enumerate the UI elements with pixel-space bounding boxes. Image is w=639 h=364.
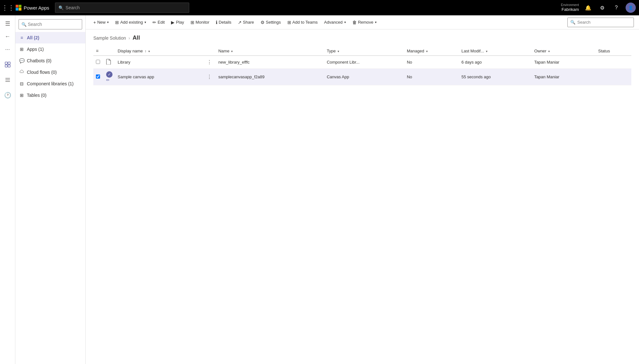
monitor-button[interactable]: ⊞ Monitor	[188, 17, 212, 27]
row-owner: Tapan Maniar	[532, 56, 596, 69]
add-to-teams-button[interactable]: ⊞ Add to Teams	[285, 17, 320, 27]
svg-rect-2	[16, 8, 19, 11]
recent-rail-button[interactable]: 🕐	[2, 89, 13, 101]
back-button[interactable]: ←	[2, 31, 13, 42]
add-to-teams-icon: ⊞	[287, 20, 291, 25]
profile-button[interactable]: 👤	[626, 3, 636, 13]
last-modified-caret: ▾	[486, 50, 487, 53]
hamburger-menu-button[interactable]: ☰	[2, 18, 13, 29]
solutions-button[interactable]	[2, 59, 13, 70]
svg-rect-6	[8, 62, 10, 64]
row-more-cell[interactable]: ⋮	[203, 69, 216, 85]
notifications-button[interactable]: 🔔	[583, 3, 593, 12]
name-caret: ▾	[231, 50, 233, 53]
row-more-button[interactable]: ⋮	[206, 58, 213, 66]
table-row[interactable]: Library ⋮ new_library_efffc Component Li…	[93, 56, 631, 69]
row-display-name: Library	[115, 56, 203, 69]
sidebar-search-container[interactable]: 🔍	[19, 19, 82, 29]
table-body: Library ⋮ new_library_efffc Component Li…	[93, 56, 631, 85]
play-label: Play	[176, 20, 184, 25]
column-header-icon	[104, 46, 115, 56]
sidebar-item-cloud-flows[interactable]: Cloud flows (0)	[15, 66, 85, 78]
breadcrumb-separator: ›	[129, 35, 130, 41]
data-table: ≡ Display name ↑ ▾ Name ▾	[93, 46, 631, 85]
row-managed: No	[404, 56, 459, 69]
share-button[interactable]: ↗ Share	[235, 17, 257, 27]
more-rail-button[interactable]: ···	[2, 43, 13, 55]
help-button[interactable]: ?	[612, 3, 621, 12]
toolbar-search[interactable]: 🔍	[567, 18, 634, 27]
monitor-icon: ⊞	[191, 20, 194, 25]
svg-rect-5	[5, 65, 7, 67]
sidebar-search-input[interactable]	[28, 22, 79, 27]
chatbots-icon: 💬	[19, 58, 24, 63]
settings-toolbar-icon: ⚙	[261, 20, 265, 25]
row-checkbox-cell[interactable]	[93, 69, 104, 85]
row-more-cell[interactable]: ⋮	[203, 56, 216, 69]
sort-asc-icon: ↑	[144, 49, 146, 53]
owner-caret: ▾	[548, 50, 550, 53]
svg-rect-4	[5, 62, 7, 64]
remove-icon: 🗑	[352, 20, 357, 25]
managed-caret: ▾	[426, 50, 428, 53]
edit-button[interactable]: ✏ Edit	[150, 17, 167, 27]
env-label: Environment	[561, 3, 579, 7]
advanced-button[interactable]: Advanced ▾	[322, 17, 348, 27]
share-label: Share	[243, 20, 254, 25]
row-checkbox[interactable]	[96, 74, 100, 79]
row-more-button[interactable]: ⋮	[206, 73, 213, 81]
breadcrumb: Sample Solution › All	[93, 35, 631, 41]
toolbar-search-input[interactable]	[577, 20, 631, 25]
sidebar-search-icon: 🔍	[21, 22, 27, 27]
column-header-check[interactable]: ≡	[93, 46, 104, 56]
advanced-label: Advanced	[324, 20, 343, 25]
sidebar-item-cloud-flows-label: Cloud flows (0)	[27, 70, 82, 75]
column-header-owner[interactable]: Owner ▾	[532, 46, 596, 56]
edit-label: Edit	[158, 20, 165, 25]
sidebar-item-tables[interactable]: ⊞ Tables (0)	[15, 89, 85, 101]
content-area: + New ▾ ⊞ Add existing ▾ ✏ Edit ▶ Play ⊞…	[86, 15, 639, 364]
search-icon: 🔍	[58, 5, 64, 10]
play-button[interactable]: ▶ Play	[168, 17, 186, 27]
sidebar-item-all[interactable]: ≡ All (2)	[15, 32, 85, 43]
column-header-name[interactable]: Name ▾	[216, 46, 324, 56]
remove-button[interactable]: 🗑 Remove ▾	[350, 17, 379, 27]
row-managed: No	[404, 69, 459, 85]
waffle-menu-button[interactable]: ⋮⋮	[3, 3, 13, 12]
svg-rect-0	[16, 5, 19, 8]
row-display-name: Sample canvas app	[115, 69, 203, 85]
sidebar-item-component-libraries-label: Component libraries (1)	[27, 81, 82, 86]
toolbar-search-icon: 🔍	[570, 20, 575, 25]
sidebar-item-component-libraries[interactable]: ⊟ Component libraries (1)	[15, 78, 85, 89]
monitor-label: Monitor	[196, 20, 209, 25]
row-status	[596, 69, 631, 85]
column-header-managed[interactable]: Managed ▾	[404, 46, 459, 56]
row-checkbox-cell[interactable]	[93, 56, 104, 69]
sidebar-item-chatbots[interactable]: 💬 Chatbots (0)	[15, 55, 85, 66]
sidebar-item-all-label: All (2)	[27, 35, 82, 40]
column-header-display-name[interactable]: Display name ↑ ▾	[115, 46, 203, 56]
svg-rect-3	[19, 8, 21, 11]
sidebar-item-tables-label: Tables (0)	[27, 93, 82, 98]
settings-button[interactable]: ⚙	[597, 3, 607, 12]
global-search-bar[interactable]: 🔍 Search	[55, 3, 189, 13]
row-checkbox[interactable]	[96, 60, 100, 64]
column-header-type[interactable]: Type ▾	[324, 46, 404, 56]
add-existing-button[interactable]: ⊞ Add existing ▾	[113, 17, 149, 27]
sidebar-item-chatbots-label: Chatbots (0)	[27, 58, 82, 63]
column-header-actions	[203, 46, 216, 56]
column-header-last-modified[interactable]: Last Modif... ▾	[459, 46, 532, 56]
table-row[interactable]: ✓✏ Sample canvas app ⋮ samplecanvasapp_f…	[93, 69, 631, 85]
row-doc-icon	[106, 60, 111, 66]
details-button[interactable]: ℹ Details	[213, 17, 234, 27]
row-selected-icon: ✓	[106, 71, 113, 78]
settings-toolbar-button[interactable]: ⚙ Settings	[258, 17, 284, 27]
remove-caret: ▾	[375, 20, 377, 24]
breadcrumb-current: All	[133, 35, 140, 41]
display-name-caret: ▾	[148, 50, 150, 53]
sidebar-item-apps[interactable]: ⊞ Apps (1)	[15, 43, 85, 55]
new-button[interactable]: + New ▾	[91, 17, 111, 27]
new-caret: ▾	[107, 20, 109, 24]
breadcrumb-parent[interactable]: Sample Solution	[93, 35, 126, 41]
flows-rail-button[interactable]	[2, 74, 13, 86]
